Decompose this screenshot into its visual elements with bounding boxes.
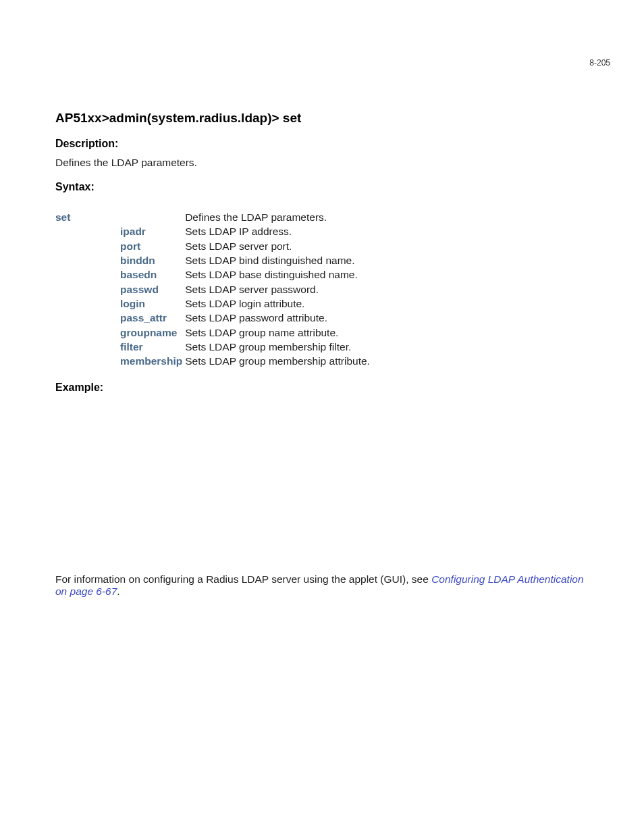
syntax-desc: Sets LDAP group membership attribute.: [185, 355, 373, 369]
syntax-arg: binddn: [120, 255, 155, 266]
syntax-arg: groupname: [120, 327, 177, 338]
syntax-arg: pass_attr: [120, 312, 167, 323]
syntax-row: port Sets LDAP server port.: [55, 240, 373, 254]
syntax-block: set Defines the LDAP parameters. ipadr S…: [55, 211, 591, 369]
syntax-command-desc: Defines the LDAP parameters.: [185, 211, 373, 225]
syntax-row: binddn Sets LDAP bind distinguished name…: [55, 254, 373, 268]
syntax-row: ipadr Sets LDAP IP address.: [55, 225, 373, 239]
syntax-desc: Sets LDAP server password.: [185, 283, 373, 297]
syntax-row: pass_attr Sets LDAP password attribute.: [55, 311, 373, 325]
syntax-command-keyword: set: [55, 211, 70, 223]
example-label: Example:: [55, 382, 591, 394]
footer-note: For information on configuring a Radius …: [55, 573, 591, 598]
syntax-desc: Sets LDAP group membership filter.: [185, 340, 373, 355]
syntax-row: filter Sets LDAP group membership filter…: [55, 340, 373, 355]
syntax-row: login Sets LDAP login attribute.: [55, 297, 373, 311]
syntax-row: basedn Sets LDAP base distinguished name…: [55, 268, 373, 282]
syntax-arg: filter: [120, 341, 143, 353]
syntax-desc: Sets LDAP password attribute.: [185, 311, 373, 325]
syntax-desc: Sets LDAP base distinguished name.: [185, 268, 373, 282]
syntax-row: groupname Sets LDAP group name attribute…: [55, 326, 373, 340]
syntax-arg: port: [120, 240, 140, 252]
syntax-row: passwd Sets LDAP server password.: [55, 283, 373, 297]
syntax-arg: login: [120, 298, 145, 309]
syntax-arg: membership: [120, 355, 182, 367]
syntax-desc: Sets LDAP bind distinguished name.: [185, 254, 373, 268]
footer-suffix: .: [117, 585, 119, 597]
description-text: Defines the LDAP parameters.: [55, 157, 591, 169]
syntax-arg: ipadr: [120, 226, 146, 237]
syntax-arg: passwd: [120, 284, 159, 295]
syntax-desc: Sets LDAP server port.: [185, 240, 373, 254]
syntax-table: set Defines the LDAP parameters. ipadr S…: [55, 211, 373, 369]
command-title: AP51xx>admin(system.radius.ldap)> set: [55, 111, 591, 126]
syntax-row-command: set Defines the LDAP parameters.: [55, 211, 373, 225]
page-number: 8-205: [589, 58, 610, 68]
syntax-desc: Sets LDAP login attribute.: [185, 297, 373, 311]
syntax-label: Syntax:: [55, 181, 591, 193]
syntax-arg: basedn: [120, 269, 157, 280]
page: 8-205 AP51xx>admin(system.radius.ldap)> …: [0, 0, 644, 834]
syntax-desc: Sets LDAP IP address.: [185, 225, 373, 239]
description-label: Description:: [55, 138, 591, 150]
footer-prefix: For information on configuring a Radius …: [55, 573, 431, 585]
syntax-desc: Sets LDAP group name attribute.: [185, 326, 373, 340]
syntax-row: membership Sets LDAP group membership at…: [55, 355, 373, 369]
